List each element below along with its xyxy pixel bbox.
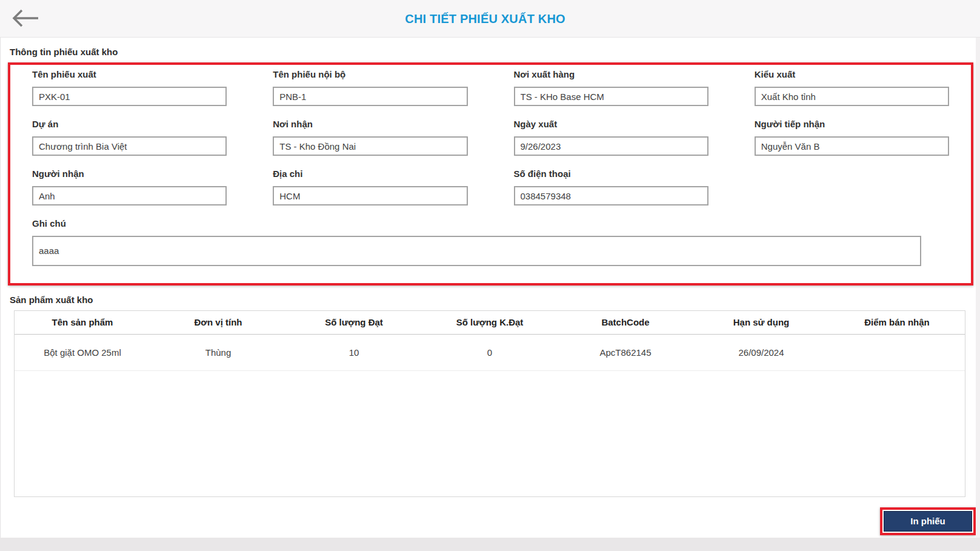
field-label: Số điện thoại: [514, 168, 708, 180]
field-internal-slip-name: Tên phiếu nội bộ: [273, 68, 467, 106]
table-cell: Bột giặt OMO 25ml: [15, 334, 150, 370]
column-header: Hạn sử dụng: [693, 311, 829, 334]
column-header: Số lượng K.Đạt: [422, 311, 558, 334]
column-header: Tên sản phẩm: [15, 311, 150, 334]
field-label: Tên phiếu xuất: [32, 68, 227, 81]
field-receive-location: Nơi nhận: [273, 118, 467, 156]
back-arrow-icon: [12, 21, 39, 30]
export-date-input[interactable]: [514, 136, 708, 156]
table-cell: [829, 334, 965, 370]
back-button[interactable]: [11, 8, 40, 29]
address-input[interactable]: [273, 186, 467, 205]
field-label: Người tiếp nhận: [755, 118, 949, 130]
table-cell: 26/09/2024: [693, 334, 829, 370]
field-label: Ngày xuất: [514, 118, 708, 130]
project-input[interactable]: [32, 136, 227, 156]
table-cell: 0: [422, 334, 558, 370]
column-header: Đơn vị tính: [150, 311, 286, 334]
products-table-container: Tên sản phẩmĐơn vị tínhSố lượng ĐạtSố lư…: [14, 310, 965, 497]
field-label: Nơi nhận: [273, 118, 467, 130]
footer-bar: In phiếu: [10, 507, 980, 535]
table-cell: ApcT862145: [558, 334, 693, 370]
field-spacer: [755, 168, 949, 205]
print-slip-button[interactable]: In phiếu: [884, 511, 972, 532]
field-label: Nơi xuất hàng: [514, 68, 708, 81]
export-location-input[interactable]: [514, 87, 708, 106]
field-phone-number: Số điện thoại: [514, 168, 708, 205]
field-label: Ghi chú: [32, 218, 949, 230]
receiving-person-input[interactable]: [755, 136, 949, 156]
annotation-print-highlight: In phiếu: [880, 507, 976, 535]
field-address: Địa chỉ: [273, 168, 467, 205]
column-header: Số lượng Đạt: [286, 311, 422, 334]
field-export-location: Nơi xuất hàng: [514, 68, 708, 106]
export-type-input[interactable]: [755, 87, 949, 106]
column-header: BatchCode: [558, 311, 693, 334]
page-left-border: [0, 38, 1, 538]
table-row: Bột giặt OMO 25mlThùng100ApcT86214526/09…: [15, 334, 965, 370]
vertical-scrollbar-track[interactable]: [976, 38, 980, 538]
field-note: Ghi chú aaaa: [32, 218, 949, 266]
field-receiving-person: Người tiếp nhận: [755, 118, 949, 156]
field-export-type: Kiểu xuất: [755, 68, 949, 106]
table-cell: 10: [286, 334, 422, 370]
products-table-header: Tên sản phẩmĐơn vị tínhSố lượng ĐạtSố lư…: [15, 311, 965, 334]
field-recipient: Người nhận: [32, 168, 227, 205]
page-title: CHI TIẾT PHIẾU XUẤT KHO: [405, 12, 565, 25]
products-table: Tên sản phẩmĐơn vị tínhSố lượng ĐạtSố lư…: [15, 311, 965, 371]
receive-location-input[interactable]: [273, 136, 467, 156]
field-export-slip-name: Tên phiếu xuất: [32, 68, 227, 106]
recipient-input[interactable]: [32, 186, 227, 205]
info-form: Tên phiếu xuất Tên phiếu nội bộ Nơi xuất…: [32, 68, 949, 266]
field-label: Dự án: [32, 118, 227, 130]
field-label: Địa chỉ: [273, 168, 467, 180]
field-label: Kiểu xuất: [755, 68, 949, 81]
column-header: Điểm bán nhận: [829, 311, 965, 334]
export-slip-name-input[interactable]: [32, 87, 227, 106]
top-bar: CHI TIẾT PHIẾU XUẤT KHO: [0, 0, 980, 38]
annotation-form-highlight: Tên phiếu xuất Tên phiếu nội bộ Nơi xuất…: [8, 62, 973, 286]
field-label: Tên phiếu nội bộ: [273, 68, 467, 81]
info-section-title: Thông tin phiếu xuất kho: [10, 47, 980, 57]
internal-slip-name-input[interactable]: [273, 87, 467, 106]
table-cell: Thùng: [150, 334, 286, 370]
phone-number-input[interactable]: [514, 186, 708, 205]
field-label: Người nhận: [32, 168, 227, 180]
main-content: Thông tin phiếu xuất kho Tên phiếu xuất …: [0, 47, 980, 535]
field-project: Dự án: [32, 118, 227, 156]
field-export-date: Ngày xuất: [514, 118, 708, 156]
products-section-title: Sản phẩm xuất kho: [10, 295, 980, 305]
horizontal-scrollbar-track[interactable]: [0, 538, 980, 551]
note-input[interactable]: aaaa: [32, 236, 921, 266]
